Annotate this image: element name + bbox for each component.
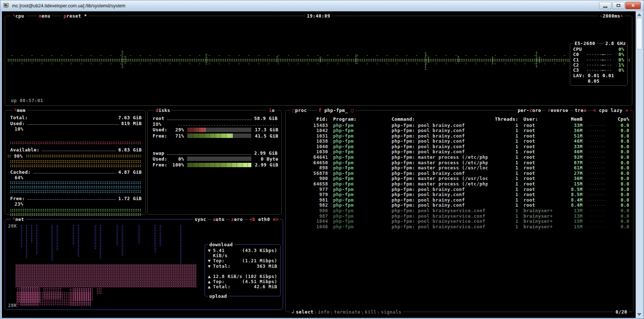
command-column-header[interactable]: Command: [392,116,488,122]
pid-column-header[interactable]: Pid: [289,116,330,122]
net-download-spike [20,225,23,247]
disk-free-bar [187,134,251,138]
program-column-header[interactable]: Program: [330,116,392,122]
maximize-button[interactable] [612,2,625,9]
interval-increase-button[interactable]: + [620,13,623,19]
tree-toggle[interactable]: tree [574,108,588,113]
proc-row[interactable]: 1042 php-fpm php-fpm: pool brainy.conf 1… [289,128,629,134]
proc-cpu: 0.0 [610,144,629,150]
mem-column-header[interactable]: MemB [561,116,583,122]
proc-mem: 15M [561,224,583,230]
proc-row[interactable]: 1040 php-fpm php-fpm: pool brainy.conf 1… [289,144,629,150]
footer-action[interactable]: info [318,309,329,315]
proc-pid: 981 [289,198,330,203]
footer-action[interactable]: signals [381,309,401,315]
disks-box-title: disks [154,108,172,113]
percore-toggle[interactable]: per-core [517,108,542,113]
proc-cpu: 0.0 [610,176,629,181]
proc-row[interactable]: 986 php-fpm php-fpm: pool brainyservice.… [289,208,629,214]
proc-pid: 987 [289,214,330,219]
proc-row[interactable]: 56878 php-fpm php-fpm: pool brainy.conf … [289,171,629,176]
proc-cpu: 0.0 [610,192,629,198]
proc-filter-input[interactable]: f php-fpm_ □ [317,108,355,113]
proc-mem-meter [588,151,605,153]
proc-pid: 1046 [289,224,330,230]
leader-line [167,117,252,120]
preset-button[interactable]: preset * [62,13,88,19]
down-arrow-icon: ▼ [208,258,213,263]
menu-button[interactable]: menu [37,13,52,19]
footer-action[interactable]: terminate [334,309,360,315]
sort-selector[interactable]: < cpu lazy > [592,108,629,113]
proc-cpu: 0.0 [610,208,629,214]
disks-io-toggle[interactable]: io [267,108,276,113]
proc-row[interactable]: 981 php-fpm php-fpm: pool brainy.conf 1 … [289,198,629,203]
close-button[interactable]: ✕ [625,2,641,9]
proc-row[interactable]: 987 php-fpm php-fpm: pool brainyservice.… [289,214,629,219]
net-upload-column [69,288,91,306]
proc-row[interactable]: 900 php-fpm php-fpm: master process (/us… [289,176,629,181]
cpu-column-header[interactable]: Cpu% [610,116,629,122]
scroll-up-icon[interactable] [637,13,641,16]
scroll-down-icon[interactable] [637,313,641,316]
enter-icon: ↲ [291,309,296,315]
proc-mem-meter [588,124,605,126]
proc-threads: 1 [488,149,518,155]
cpu-graph-spike [427,56,430,63]
proc-row[interactable]: 1046 php-fpm php-fpm: pool brainyservice… [289,224,629,230]
cpu-graph-spike [121,50,124,68]
cpu-graph-spike [319,56,322,62]
interval-decrease-button[interactable]: - [600,13,603,19]
threads-column-header[interactable]: Threads: [488,116,518,122]
proc-row[interactable]: 64650 php-fpm php-fpm: master process (/… [289,160,629,166]
user-column-header[interactable]: User: [518,116,561,122]
mem-free-percent: 23% [5,201,145,207]
proc-row[interactable]: 1038 php-fpm php-fpm: pool brainy.conf 1… [289,139,629,144]
proc-row[interactable]: 898 php-fpm php-fpm: master process (/us… [289,165,629,171]
mem-cached-meter [10,181,142,185]
footer-action[interactable]: kill [365,309,377,315]
net-upload-column [96,288,102,294]
proc-row[interactable]: 64658 php-fpm php-fpm: master process (/… [289,181,629,187]
proc-row[interactable]: 64641 php-fpm php-fpm: master process (/… [289,155,629,160]
window-titlebar[interactable]: mc [root@ub24.itdeveloper.com.ua]:/lib/s… [0,0,644,11]
proc-row[interactable]: 977 php-fpm php-fpm: pool brainy.conf 1 … [289,187,629,192]
proc-row[interactable]: 982 php-fpm php-fpm: pool brainy.conf 1 … [289,203,629,208]
download-stat-row: ▼ Total: 363 MiB [208,264,277,269]
net-upload-band [15,264,197,288]
sort-prev-icon: < [593,108,596,113]
leader-line [167,152,252,155]
proc-user: root [518,187,561,192]
cpu-cstate-row: C0 0% [570,52,627,57]
proc-mem: 46M [561,139,583,144]
proc-row[interactable]: 1044 php-fpm php-fpm: pool brainyservice… [289,219,629,224]
proc-row[interactable]: 979 php-fpm php-fpm: pool brainy.conf 1 … [289,192,629,198]
proc-row[interactable]: 1030 php-fpm php-fpm: pool brainy.conf 1… [289,149,629,155]
proc-row[interactable]: 1031 php-fpm php-fpm: pool brainy.conf 1… [289,134,629,139]
cpu-cstate-row: C2 1% [570,63,627,68]
proc-mem-meter [588,146,605,148]
refresh-interval: -2000ms+ [598,13,625,19]
reverse-toggle[interactable]: reverse [546,108,569,113]
cpu-frequency-label: 2.8 GHz [604,41,627,46]
proc-command: php-fpm: pool brainy.conf [392,134,488,139]
network-panel: ³net sync auto zero <b eth0 n> 28K 28K [5,219,283,310]
cpu-model-label: E5-2680 [573,41,597,46]
terminal-scrollbar[interactable] [636,11,643,318]
proc-mem: 33M [561,144,583,150]
mem-used-meter [10,141,142,145]
proc-cpu: 0.0 [610,181,629,187]
proc-threads: 1 [488,181,518,187]
proc-user: root [518,144,561,150]
mem-cached-percent: 64% [5,175,145,181]
scrollbar-thumb[interactable] [636,18,642,49]
proc-cpu: 0.0 [610,171,629,176]
minimize-button[interactable] [599,2,611,9]
select-action[interactable]: select [296,309,313,315]
proc-threads: 1 [488,203,518,208]
net-download-spike [94,225,97,249]
proc-row[interactable]: 15483 php-fpm php-fpm: pool brainy.conf … [289,123,629,128]
net-download-spike [159,225,162,247]
proc-cpu: 0.0 [610,149,629,155]
proc-mem-meter [588,221,605,222]
